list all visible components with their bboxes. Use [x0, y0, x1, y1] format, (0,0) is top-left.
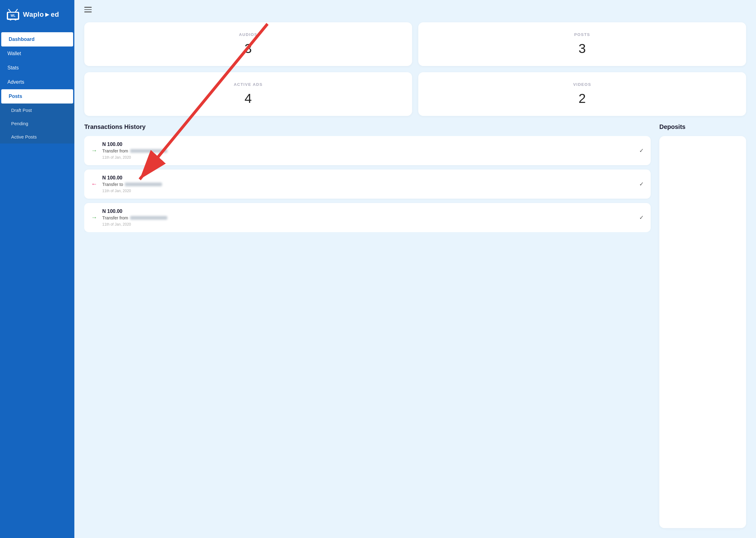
tx-blur-3 — [130, 216, 167, 220]
sidebar-item-active-posts[interactable]: Active Posts — [0, 130, 75, 143]
sidebar-item-dashboard[interactable]: Dashboard — [1, 32, 73, 46]
deposits-title: Deposits — [659, 123, 746, 131]
tx-check-icon-3: ✓ — [639, 214, 644, 221]
tx-amount-3: N 100.00 — [102, 209, 634, 214]
hamburger-menu[interactable] — [84, 7, 92, 12]
tx-amount-2: N 100.00 — [102, 175, 634, 181]
tx-info-2: N 100.00 Transfer to 11th of Jan, 2020 — [102, 175, 634, 193]
svg-line-6 — [15, 20, 16, 21]
stat-card-videos: VIDEOS 2 — [418, 72, 746, 116]
table-row: → N 100.00 Transfer from 11th of Jan, 20… — [84, 136, 651, 165]
stat-card-audios: AUDIOS 3 — [84, 22, 412, 66]
sidebar-item-stats[interactable]: Stats — [0, 61, 75, 75]
stat-value-posts: 3 — [579, 41, 585, 56]
sidebar-item-pending[interactable]: Pending — [0, 117, 75, 130]
svg-line-3 — [9, 9, 11, 12]
stat-value-audios: 3 — [244, 41, 252, 56]
lower-section: Transactions History → N 100.00 Transfer… — [75, 123, 756, 538]
outgoing-arrow-icon: ← — [91, 180, 97, 188]
tx-desc-2: Transfer to — [102, 182, 634, 187]
logo-icon: WL — [6, 9, 20, 21]
transactions-list: → N 100.00 Transfer from 11th of Jan, 20… — [84, 136, 652, 232]
topbar — [75, 0, 756, 19]
sidebar-item-draft-post[interactable]: Draft Post — [0, 103, 75, 117]
tx-desc-3: Transfer from — [102, 215, 634, 220]
logo-area: WL Waplo►ed — [0, 0, 75, 29]
tx-date-3: 11th of Jan, 2020 — [102, 222, 634, 227]
tx-date-1: 11th of Jan, 2020 — [102, 155, 634, 160]
hamburger-line-2 — [84, 9, 92, 10]
tx-info-3: N 100.00 Transfer from 11th of Jan, 2020 — [102, 209, 634, 227]
tx-desc-text-2: Transfer to — [102, 182, 123, 187]
tx-desc-text-1: Transfer from — [102, 148, 128, 153]
tx-amount-1: N 100.00 — [102, 142, 634, 147]
tx-check-icon-1: ✓ — [639, 147, 644, 154]
stat-card-active-ads: ACTIVE ADS 4 — [84, 72, 412, 116]
transactions-panel: Transactions History → N 100.00 Transfer… — [84, 123, 652, 528]
transactions-title: Transactions History — [84, 123, 652, 131]
svg-line-4 — [16, 9, 17, 12]
stat-label-posts: POSTS — [574, 32, 590, 37]
sidebar: WL Waplo►ed Dashboard Wallet Stats Adver… — [0, 0, 75, 538]
incoming-arrow-icon: → — [91, 147, 97, 154]
svg-line-5 — [10, 20, 11, 21]
stats-grid: AUDIOS 3 POSTS 3 ACTIVE ADS 4 VIDEOS 2 — [75, 19, 756, 123]
tx-blur-2 — [125, 183, 162, 186]
tx-date-2: 11th of Jan, 2020 — [102, 189, 634, 193]
hamburger-line-3 — [84, 12, 92, 12]
sidebar-item-wallet[interactable]: Wallet — [0, 46, 75, 61]
tx-desc-1: Transfer from — [102, 148, 634, 153]
sidebar-item-posts[interactable]: Posts — [1, 89, 73, 103]
stat-label-videos: VIDEOS — [573, 82, 591, 87]
table-row: ← N 100.00 Transfer to 11th of Jan, 2020… — [84, 170, 651, 199]
stat-value-active-ads: 4 — [244, 91, 252, 106]
tx-check-icon-2: ✓ — [639, 181, 644, 188]
table-row: → N 100.00 Transfer from 11th of Jan, 20… — [84, 203, 651, 232]
stat-card-posts: POSTS 3 — [418, 22, 746, 66]
svg-text:WL: WL — [11, 14, 16, 17]
sidebar-item-adverts[interactable]: Adverts — [0, 75, 75, 89]
logo-text: Waplo►ed — [23, 11, 59, 19]
hamburger-line-1 — [84, 7, 92, 8]
deposits-card — [659, 136, 746, 528]
nav-list: Dashboard Wallet Stats Adverts Posts Dra… — [0, 29, 75, 146]
stat-value-videos: 2 — [579, 91, 585, 106]
tx-blur-1 — [130, 149, 167, 153]
posts-submenu: Draft Post Pending Active Posts — [0, 103, 75, 143]
stat-label-active-ads: ACTIVE ADS — [233, 82, 263, 87]
tx-desc-text-3: Transfer from — [102, 215, 128, 220]
stat-label-audios: AUDIOS — [239, 32, 258, 37]
incoming-arrow-icon-2: → — [91, 214, 97, 221]
main-content: AUDIOS 3 POSTS 3 ACTIVE ADS 4 VIDEOS 2 T… — [75, 0, 756, 538]
tx-info-1: N 100.00 Transfer from 11th of Jan, 2020 — [102, 142, 634, 160]
deposits-panel: Deposits — [659, 123, 746, 528]
